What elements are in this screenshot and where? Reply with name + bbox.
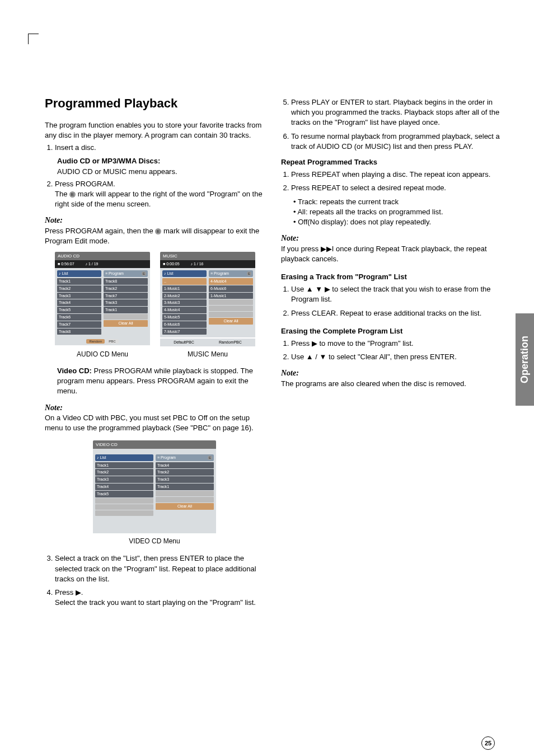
step-1: Insert a disc. — [55, 143, 264, 153]
repeat-header: Repeat Programmed Tracks — [281, 157, 500, 167]
step4a: Press — [55, 588, 76, 597]
video-cd-text: Video CD: Press PROGRAM while playback i… — [57, 366, 264, 397]
note-1: Press PROGRAM again, then the E mark wil… — [45, 226, 264, 246]
erase-all-1: Press ▶ to move to the "Program" list. — [291, 339, 500, 349]
crop-mark-tl — [28, 34, 39, 44]
note-2: On a Video CD with PBC, you must set PBC… — [45, 413, 264, 433]
prog-item: Track1 — [156, 483, 214, 490]
list-head: ♪ List — [162, 270, 207, 277]
step-2-label: Press PROGRAM. — [55, 180, 115, 188]
page-number: 25 — [481, 736, 495, 750]
menu-foot: DefaultPBC RandomPBC — [160, 339, 255, 346]
list-item: Track5 — [57, 307, 101, 313]
bullet-3: Off(No display): does not play repeatedl… — [293, 217, 500, 227]
prog-blank — [209, 299, 253, 305]
repeat-list: Press REPEAT when playing a disc. The re… — [291, 170, 500, 193]
e-mark-icon: E — [208, 456, 212, 460]
list-blank — [95, 498, 153, 504]
clear-all: Clear All — [104, 320, 148, 327]
menu-body: ♪ List Track1 Track2 Track3 Track4 Track… — [55, 268, 150, 337]
prog-item: Track7 — [104, 293, 148, 299]
clear-all: Clear All — [156, 503, 214, 510]
e-mark-icon: E — [142, 271, 146, 276]
erase-all-header: Erasing the Complete Program List — [281, 326, 500, 336]
foot-btn: Default — [174, 340, 186, 344]
caption-row: AUDIO CD Menu MUSIC Menu — [55, 350, 264, 359]
foot-btn: Random — [86, 339, 105, 344]
list-head: ♪ List — [57, 270, 101, 277]
menu-title: AUDIO CD — [55, 252, 150, 260]
prog-item: Track3 — [104, 299, 148, 306]
audio-cd-menu: AUDIO CD ■ 0:56:07 ♪ 1 / 19 ♪ List Track… — [55, 252, 150, 346]
left-column: Programmed Playback The program function… — [45, 95, 264, 611]
prog-col: ≡ ProgramE Track4 Track2 Track3 Track1 C… — [156, 454, 214, 516]
list-item: Track4 — [95, 483, 153, 490]
foot-btn: PBC — [233, 340, 241, 344]
ea2a: Use — [291, 353, 306, 361]
arrows-ud-icon: ▲ / ▼ — [306, 353, 327, 361]
menu-foot — [93, 519, 216, 533]
list-col: ♪ List Track1 Track2 Track3 Track4 Track… — [95, 454, 153, 516]
program-mark-icon-2: E — [155, 228, 161, 234]
audio-line: AUDIO CD or MUSIC menu appears. — [57, 167, 264, 177]
page-title: Programmed Playback — [45, 95, 264, 112]
steps-list-1: Insert a disc. — [55, 143, 264, 153]
list-head: ♪ List — [95, 454, 153, 461]
list-item: Track6 — [57, 314, 101, 321]
prog-blank — [156, 497, 214, 503]
prog-blank — [104, 314, 148, 320]
step-3: Select a track on the "List", then press… — [55, 553, 264, 584]
e-mark-icon: E — [247, 271, 251, 276]
intro-text: The program function enables you to stor… — [45, 120, 264, 140]
video-cd-menu: VIDEO CD ♪ List Track1 Track2 Track3 Tra… — [93, 440, 216, 533]
list-item: 4-Music4 — [162, 307, 207, 313]
foot-btn: PBC — [186, 340, 194, 344]
list-item: Track4 — [57, 299, 101, 306]
steps-list-3: Select a track on the "List", then press… — [55, 553, 264, 608]
list-item: Track2 — [57, 285, 101, 292]
menu-status: ■ 0:00:05 ♪ 1 / 16 — [160, 260, 255, 268]
status-time: ■ 0:00:05 — [163, 261, 180, 267]
audio-header: Audio CD or MP3/WMA Discs: — [57, 156, 264, 166]
menu-status: ■ 0:56:07 ♪ 1 / 19 — [55, 260, 150, 268]
bullet-2: All: repeats all the tracks on programme… — [293, 207, 500, 217]
list-item: Track7 — [57, 321, 101, 328]
caption-video: VIDEO CD Menu — [45, 537, 264, 546]
list-item: 7-Music7 — [162, 328, 207, 335]
erase1a: Use — [291, 285, 306, 293]
menu-foot: RandomPBC — [55, 337, 150, 345]
right-arrow-icon: ▶ — [76, 588, 81, 597]
prog-item: 1-Music1 — [209, 293, 253, 299]
repeat-1: Press REPEAT when playing a disc. The re… — [291, 170, 500, 180]
list-item: Track5 — [95, 491, 153, 497]
steps-list-2: Press PROGRAM. The E mark will appear to… — [55, 179, 264, 210]
prog-col: ≡ ProgramE 4-Music4 6-Music6 1-Music1 Cl… — [209, 270, 253, 335]
step-5: Press PLAY or ENTER to start. Playback b… — [291, 97, 500, 128]
list-col: ♪ List Track1 Track2 Track3 Track4 Track… — [57, 270, 101, 335]
list-item: 1-Music1 — [162, 285, 207, 292]
list-col: ♪ List .. 1-Music1 2-Music2 3-Music3 4-M… — [162, 270, 207, 335]
menu-body: ♪ List .. 1-Music1 2-Music2 3-Music3 4-M… — [160, 268, 255, 337]
prog-blank — [156, 491, 214, 496]
erase-1: Use ▲ ▼ ▶ to select the track that you w… — [291, 284, 500, 304]
foot-btn: Random — [219, 340, 233, 344]
clear-all: Clear All — [209, 318, 253, 325]
status-time: ■ 0:56:07 — [58, 261, 74, 267]
erase-2: Press CLEAR. Repeat to erase additional … — [291, 308, 500, 318]
erase-track-header: Erasing a Track from "Program" List — [281, 272, 500, 282]
list-item: Track2 — [95, 469, 153, 476]
prog-item: 4-Music4 — [209, 278, 253, 285]
note1a: Press PROGRAM again, then the — [45, 227, 155, 235]
note-label-3: Note: — [281, 233, 500, 244]
section-tab: Operation — [516, 313, 534, 406]
step4c: Select the track you want to start playi… — [55, 598, 256, 607]
menu-title: VIDEO CD — [93, 440, 216, 449]
step4b: . — [81, 588, 83, 597]
list-item: Track3 — [57, 293, 101, 299]
note-label-2: Note: — [45, 402, 264, 414]
prog-item: 6-Music6 — [209, 285, 253, 292]
step-2: Press PROGRAM. The E mark will appear to… — [55, 179, 264, 210]
note-label-1: Note: — [45, 215, 264, 226]
step-2a: The — [55, 190, 69, 198]
list-item: Track8 — [57, 328, 101, 335]
